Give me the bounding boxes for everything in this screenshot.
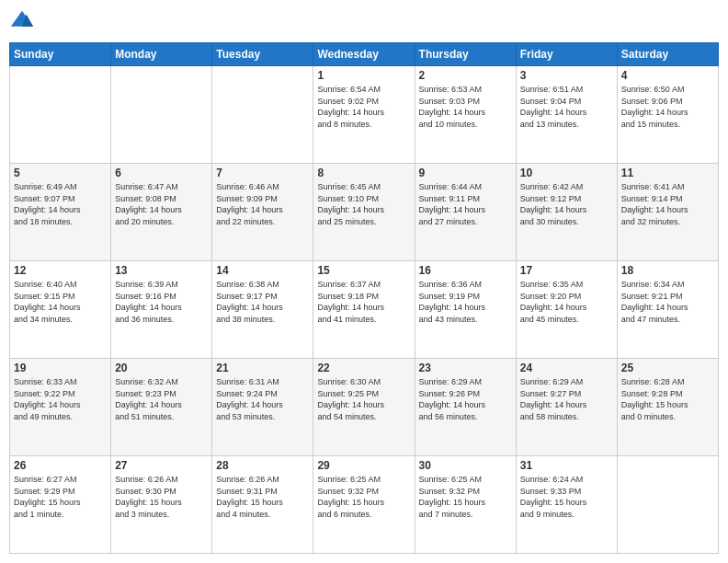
calendar-cell: 10Sunrise: 6:42 AM Sunset: 9:12 PM Dayli… — [516, 164, 617, 261]
calendar-cell: 30Sunrise: 6:25 AM Sunset: 9:32 PM Dayli… — [415, 456, 516, 554]
day-info: Sunrise: 6:46 AM Sunset: 9:09 PM Dayligh… — [216, 181, 309, 227]
calendar-cell: 18Sunrise: 6:34 AM Sunset: 9:21 PM Dayli… — [617, 261, 718, 359]
day-info: Sunrise: 6:29 AM Sunset: 9:27 PM Dayligh… — [520, 376, 613, 422]
day-number: 30 — [419, 459, 512, 472]
calendar-cell — [10, 66, 111, 164]
day-info: Sunrise: 6:54 AM Sunset: 9:02 PM Dayligh… — [317, 84, 410, 130]
calendar-cell: 22Sunrise: 6:30 AM Sunset: 9:25 PM Dayli… — [313, 359, 415, 456]
day-info: Sunrise: 6:31 AM Sunset: 9:24 PM Dayligh… — [216, 376, 309, 422]
day-info: Sunrise: 6:26 AM Sunset: 9:30 PM Dayligh… — [115, 474, 208, 520]
calendar-cell: 27Sunrise: 6:26 AM Sunset: 9:30 PM Dayli… — [111, 456, 212, 554]
day-number: 9 — [419, 167, 512, 179]
day-number: 6 — [115, 167, 208, 179]
day-number: 16 — [419, 264, 512, 277]
calendar-cell: 20Sunrise: 6:32 AM Sunset: 9:23 PM Dayli… — [111, 359, 212, 456]
day-number: 15 — [317, 264, 410, 277]
header — [9, 9, 719, 35]
calendar-cell: 31Sunrise: 6:24 AM Sunset: 9:33 PM Dayli… — [516, 456, 617, 554]
day-number: 3 — [520, 69, 613, 82]
calendar-week-row: 26Sunrise: 6:27 AM Sunset: 9:29 PM Dayli… — [10, 456, 719, 554]
calendar-day-header: Monday — [111, 43, 212, 66]
day-number: 17 — [520, 264, 613, 277]
day-number: 8 — [317, 167, 410, 179]
day-info: Sunrise: 6:45 AM Sunset: 9:10 PM Dayligh… — [317, 181, 410, 227]
calendar-day-header: Friday — [516, 43, 617, 66]
calendar-cell: 26Sunrise: 6:27 AM Sunset: 9:29 PM Dayli… — [10, 456, 111, 554]
calendar-cell: 25Sunrise: 6:28 AM Sunset: 9:28 PM Dayli… — [617, 359, 718, 456]
day-info: Sunrise: 6:28 AM Sunset: 9:28 PM Dayligh… — [621, 376, 714, 422]
calendar-cell: 28Sunrise: 6:26 AM Sunset: 9:31 PM Dayli… — [212, 456, 313, 554]
day-number: 4 — [621, 69, 714, 82]
day-number: 19 — [14, 362, 107, 374]
day-number: 28 — [216, 459, 309, 472]
calendar-cell: 17Sunrise: 6:35 AM Sunset: 9:20 PM Dayli… — [516, 261, 617, 359]
day-info: Sunrise: 6:29 AM Sunset: 9:26 PM Dayligh… — [419, 376, 512, 422]
day-info: Sunrise: 6:44 AM Sunset: 9:11 PM Dayligh… — [419, 181, 512, 227]
day-number: 26 — [14, 459, 107, 472]
day-number: 11 — [621, 167, 714, 179]
day-info: Sunrise: 6:33 AM Sunset: 9:22 PM Dayligh… — [14, 376, 107, 422]
logo-icon — [9, 9, 35, 35]
day-info: Sunrise: 6:37 AM Sunset: 9:18 PM Dayligh… — [317, 279, 410, 325]
day-number: 24 — [520, 362, 613, 374]
day-info: Sunrise: 6:49 AM Sunset: 9:07 PM Dayligh… — [14, 181, 107, 227]
calendar-day-header: Sunday — [10, 43, 111, 66]
calendar-week-row: 19Sunrise: 6:33 AM Sunset: 9:22 PM Dayli… — [10, 359, 719, 456]
day-info: Sunrise: 6:34 AM Sunset: 9:21 PM Dayligh… — [621, 279, 714, 325]
calendar-cell — [212, 66, 313, 164]
day-number: 22 — [317, 362, 410, 374]
calendar-cell: 4Sunrise: 6:50 AM Sunset: 9:06 PM Daylig… — [617, 66, 718, 164]
day-info: Sunrise: 6:41 AM Sunset: 9:14 PM Dayligh… — [621, 181, 714, 227]
day-info: Sunrise: 6:36 AM Sunset: 9:19 PM Dayligh… — [419, 279, 512, 325]
calendar-day-header: Saturday — [617, 43, 718, 66]
day-info: Sunrise: 6:39 AM Sunset: 9:16 PM Dayligh… — [115, 279, 208, 325]
calendar-week-row: 1Sunrise: 6:54 AM Sunset: 9:02 PM Daylig… — [10, 66, 719, 164]
calendar-cell: 15Sunrise: 6:37 AM Sunset: 9:18 PM Dayli… — [313, 261, 415, 359]
day-info: Sunrise: 6:27 AM Sunset: 9:29 PM Dayligh… — [14, 474, 107, 520]
calendar-cell: 14Sunrise: 6:38 AM Sunset: 9:17 PM Dayli… — [212, 261, 313, 359]
day-number: 7 — [216, 167, 309, 179]
day-info: Sunrise: 6:40 AM Sunset: 9:15 PM Dayligh… — [14, 279, 107, 325]
day-info: Sunrise: 6:51 AM Sunset: 9:04 PM Dayligh… — [520, 84, 613, 130]
calendar-week-row: 12Sunrise: 6:40 AM Sunset: 9:15 PM Dayli… — [10, 261, 719, 359]
logo — [9, 9, 39, 35]
day-info: Sunrise: 6:42 AM Sunset: 9:12 PM Dayligh… — [520, 181, 613, 227]
day-info: Sunrise: 6:38 AM Sunset: 9:17 PM Dayligh… — [216, 279, 309, 325]
day-number: 5 — [14, 167, 107, 179]
calendar-cell: 11Sunrise: 6:41 AM Sunset: 9:14 PM Dayli… — [617, 164, 718, 261]
calendar-cell: 21Sunrise: 6:31 AM Sunset: 9:24 PM Dayli… — [212, 359, 313, 456]
calendar-cell: 2Sunrise: 6:53 AM Sunset: 9:03 PM Daylig… — [415, 66, 516, 164]
page: SundayMondayTuesdayWednesdayThursdayFrid… — [0, 0, 728, 563]
day-number: 20 — [115, 362, 208, 374]
day-number: 27 — [115, 459, 208, 472]
calendar-cell: 8Sunrise: 6:45 AM Sunset: 9:10 PM Daylig… — [313, 164, 415, 261]
calendar-cell: 19Sunrise: 6:33 AM Sunset: 9:22 PM Dayli… — [10, 359, 111, 456]
calendar-cell: 6Sunrise: 6:47 AM Sunset: 9:08 PM Daylig… — [111, 164, 212, 261]
calendar-header-row: SundayMondayTuesdayWednesdayThursdayFrid… — [10, 43, 719, 66]
calendar-cell: 12Sunrise: 6:40 AM Sunset: 9:15 PM Dayli… — [10, 261, 111, 359]
calendar-day-header: Tuesday — [212, 43, 313, 66]
calendar-cell — [111, 66, 212, 164]
calendar: SundayMondayTuesdayWednesdayThursdayFrid… — [9, 42, 719, 554]
calendar-cell: 16Sunrise: 6:36 AM Sunset: 9:19 PM Dayli… — [415, 261, 516, 359]
day-number: 31 — [520, 459, 613, 472]
day-info: Sunrise: 6:32 AM Sunset: 9:23 PM Dayligh… — [115, 376, 208, 422]
day-number: 14 — [216, 264, 309, 277]
day-info: Sunrise: 6:24 AM Sunset: 9:33 PM Dayligh… — [520, 474, 613, 520]
calendar-cell: 29Sunrise: 6:25 AM Sunset: 9:32 PM Dayli… — [313, 456, 415, 554]
calendar-cell: 23Sunrise: 6:29 AM Sunset: 9:26 PM Dayli… — [415, 359, 516, 456]
day-number: 12 — [14, 264, 107, 277]
day-number: 1 — [317, 69, 410, 82]
day-number: 29 — [317, 459, 410, 472]
day-info: Sunrise: 6:47 AM Sunset: 9:08 PM Dayligh… — [115, 181, 208, 227]
day-number: 10 — [520, 167, 613, 179]
day-info: Sunrise: 6:26 AM Sunset: 9:31 PM Dayligh… — [216, 474, 309, 520]
calendar-week-row: 5Sunrise: 6:49 AM Sunset: 9:07 PM Daylig… — [10, 164, 719, 261]
day-number: 2 — [419, 69, 512, 82]
day-number: 23 — [419, 362, 512, 374]
calendar-cell: 24Sunrise: 6:29 AM Sunset: 9:27 PM Dayli… — [516, 359, 617, 456]
calendar-cell — [617, 456, 718, 554]
calendar-cell: 1Sunrise: 6:54 AM Sunset: 9:02 PM Daylig… — [313, 66, 415, 164]
calendar-day-header: Thursday — [415, 43, 516, 66]
day-info: Sunrise: 6:53 AM Sunset: 9:03 PM Dayligh… — [419, 84, 512, 130]
